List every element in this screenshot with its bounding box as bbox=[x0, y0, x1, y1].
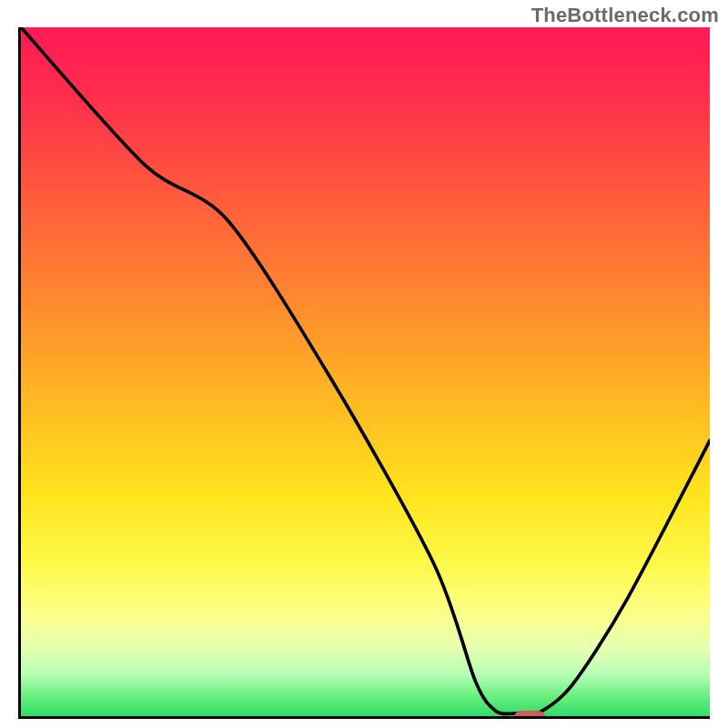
chart-container: TheBottleneck.com bbox=[0, 0, 728, 728]
watermark-text: TheBottleneck.com bbox=[531, 4, 719, 27]
curve-layer bbox=[21, 27, 710, 716]
optimum-marker bbox=[514, 711, 545, 719]
bottleneck-curve bbox=[21, 27, 710, 715]
plot-area bbox=[18, 27, 710, 719]
